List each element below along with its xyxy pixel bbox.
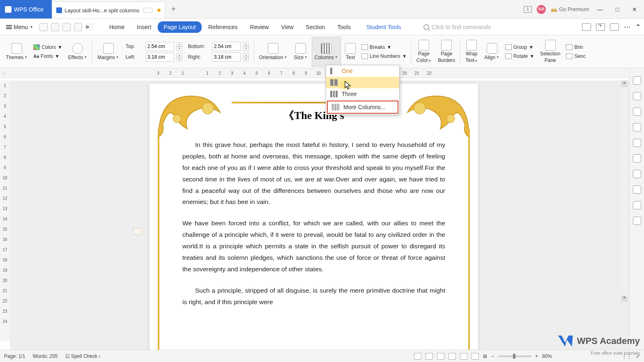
status-page[interactable]: Page: 1/1 bbox=[4, 353, 25, 359]
more-menu-icon[interactable]: ⋯ bbox=[624, 23, 630, 31]
zoom-slider[interactable] bbox=[498, 355, 531, 357]
margin-top-spinner[interactable]: ▲▼ bbox=[177, 42, 182, 50]
group-button[interactable]: Group▼ bbox=[504, 44, 536, 51]
collapse-ribbon-icon[interactable]: ⌃ bbox=[635, 23, 641, 31]
zoom-in-button[interactable]: + bbox=[535, 353, 538, 359]
vertical-ruler[interactable]: 123456789101112131415161718192021222324 bbox=[0, 80, 10, 341]
effects-button[interactable]: Effects▼ bbox=[66, 37, 90, 66]
selection-pane-button[interactable]: SelectionPane bbox=[538, 37, 563, 66]
text-direction-icon bbox=[345, 43, 356, 54]
vertical-scrollbar[interactable]: ▲ ▼ bbox=[621, 80, 628, 302]
tab-page-layout[interactable]: Page Layout bbox=[158, 21, 202, 33]
sidepanel-history-icon[interactable] bbox=[633, 186, 641, 194]
columns-two-item[interactable]: Two bbox=[326, 77, 399, 88]
print-icon[interactable] bbox=[62, 23, 71, 31]
margin-bottom-spinner[interactable]: ▲▼ bbox=[243, 42, 249, 50]
sidepanel-layout-icon[interactable] bbox=[633, 201, 641, 209]
save-icon[interactable] bbox=[51, 23, 59, 31]
new-tab-button[interactable]: + bbox=[165, 0, 182, 18]
page-color-button[interactable]: PageColor▼ bbox=[414, 37, 434, 66]
scroll-up-button[interactable]: ▲ bbox=[621, 80, 628, 87]
tab-tools[interactable]: Tools bbox=[331, 21, 356, 33]
colors-button[interactable]: Colors▼ bbox=[32, 44, 64, 51]
view-read-icon[interactable] bbox=[426, 353, 433, 360]
status-spellcheck[interactable]: ☑ Spell Check › bbox=[65, 353, 101, 359]
sidepanel-help-icon[interactable] bbox=[633, 217, 641, 225]
size-button[interactable]: Size▼ bbox=[291, 37, 310, 66]
margins-button[interactable]: Margins▼ bbox=[95, 37, 122, 66]
app-tab[interactable]: WPS Office bbox=[0, 0, 52, 18]
align-button[interactable]: Align▼ bbox=[482, 37, 502, 66]
open-icon[interactable] bbox=[39, 23, 48, 31]
margin-left-spinner[interactable]: ▲▼ bbox=[177, 53, 182, 61]
view-fullscreen-icon[interactable] bbox=[460, 353, 467, 360]
view-web-icon[interactable] bbox=[448, 353, 456, 360]
columns-one-item[interactable]: One bbox=[326, 65, 399, 77]
go-premium-button[interactable]: Go Premium bbox=[551, 6, 589, 12]
bring-forward-button[interactable]: Brin bbox=[564, 44, 587, 51]
anchor-icon[interactable] bbox=[133, 228, 142, 235]
tab-insert[interactable]: Insert bbox=[131, 21, 157, 33]
fonts-button[interactable]: AaFonts▼ bbox=[32, 53, 64, 60]
view-outline-icon[interactable] bbox=[437, 353, 444, 360]
zoom-fit-icon[interactable]: ⊞ bbox=[483, 353, 487, 359]
premium-label: Go Premium bbox=[559, 6, 589, 12]
preview-icon[interactable] bbox=[74, 23, 82, 31]
sidepanel-edit-icon[interactable] bbox=[633, 92, 641, 100]
zoom-value[interactable]: 80% bbox=[542, 353, 552, 359]
tab-student-tools[interactable]: Student Tools bbox=[361, 21, 407, 33]
tab-review[interactable]: Review bbox=[244, 21, 275, 33]
tab-references[interactable]: References bbox=[202, 21, 244, 33]
document-tab[interactable]: Layout skill-Ho...e split columns bbox=[52, 2, 165, 18]
sidepanel-expand-icon[interactable] bbox=[633, 76, 641, 85]
more-qa-icon[interactable]: » bbox=[85, 23, 94, 31]
sidepanel-settings-icon[interactable] bbox=[633, 170, 641, 178]
scroll-down-button[interactable]: ▼ bbox=[621, 296, 628, 302]
tab-section[interactable]: Section bbox=[300, 21, 331, 33]
wrap-text-button[interactable]: WrapText▼ bbox=[463, 37, 480, 66]
sidepanel-shape-icon[interactable] bbox=[633, 139, 641, 147]
maximize-button[interactable]: □ bbox=[611, 3, 623, 16]
menu-button[interactable]: Menu ▼ bbox=[3, 22, 36, 32]
share-icon[interactable] bbox=[596, 23, 605, 31]
sidepanel-lock-icon[interactable] bbox=[633, 123, 641, 131]
view-print-icon[interactable] bbox=[414, 353, 421, 360]
page-borders-button[interactable]: PageBorders bbox=[435, 37, 458, 66]
status-words[interactable]: Words: 255 bbox=[32, 353, 58, 359]
ruler-corner-icon: ∟ bbox=[2, 71, 7, 76]
close-button[interactable]: ✕ bbox=[628, 3, 641, 16]
rotate-button[interactable]: Rotate▼ bbox=[504, 53, 536, 60]
chevron-down-icon: ▼ bbox=[30, 25, 33, 29]
document-page[interactable]: 《The King's In this grave hour, perhaps … bbox=[150, 84, 478, 350]
document-workspace: 《The King's In this grave hour, perhaps … bbox=[10, 80, 629, 350]
avatar[interactable]: WA bbox=[537, 5, 546, 14]
tab-view[interactable]: View bbox=[275, 21, 299, 33]
command-search[interactable]: Click to find commands bbox=[423, 24, 491, 30]
margin-right-spinner[interactable]: ▲▼ bbox=[243, 53, 249, 61]
line-numbers-button[interactable]: Line Numbers▼ bbox=[360, 53, 409, 60]
tab-home[interactable]: Home bbox=[104, 21, 130, 33]
readmode-indicator-icon[interactable]: 1 bbox=[524, 6, 532, 13]
zoom-out-button[interactable]: − bbox=[491, 353, 494, 359]
themes-button[interactable]: Themes▼ bbox=[3, 37, 30, 66]
view-eye-icon[interactable] bbox=[472, 353, 479, 360]
minimize-button[interactable]: — bbox=[594, 3, 606, 16]
breaks-button[interactable]: Breaks▼ bbox=[360, 44, 409, 51]
margin-bottom-input[interactable] bbox=[212, 42, 241, 51]
columns-more-item[interactable]: More Columns... bbox=[327, 101, 398, 114]
unsaved-dot-icon bbox=[157, 9, 161, 12]
text-direction-button[interactable]: Text bbox=[343, 37, 358, 66]
orientation-button[interactable]: Orientation▼ bbox=[257, 37, 290, 66]
margin-right-input[interactable] bbox=[212, 53, 241, 62]
sidepanel-code-icon[interactable] bbox=[633, 154, 641, 163]
send-backward-button[interactable]: Senc bbox=[564, 53, 587, 60]
sidepanel-select-icon[interactable] bbox=[633, 108, 641, 116]
wrap-text-icon bbox=[466, 40, 477, 50]
layout-switch-icon[interactable] bbox=[610, 23, 619, 31]
svg-point-2 bbox=[414, 103, 426, 114]
columns-button[interactable]: Columns▼ bbox=[312, 37, 341, 66]
margin-left-input[interactable] bbox=[145, 53, 174, 62]
sign-icon[interactable] bbox=[582, 23, 591, 31]
margin-top-input[interactable] bbox=[145, 42, 174, 51]
columns-three-item[interactable]: Three bbox=[326, 88, 399, 100]
